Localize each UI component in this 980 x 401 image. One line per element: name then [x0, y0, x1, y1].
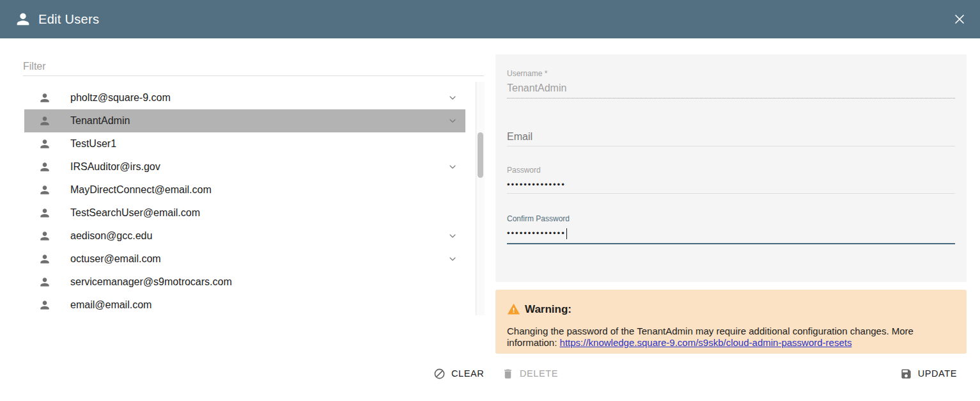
- person-icon: [38, 114, 51, 127]
- person-icon: [38, 138, 51, 150]
- user-list-item[interactable]: MayDirectConnect@email.com: [24, 178, 465, 201]
- user-list-item-label: email@email.com: [70, 299, 152, 311]
- person-icon: [38, 230, 51, 242]
- warning-icon: [507, 303, 520, 316]
- chevron-down-icon[interactable]: [447, 231, 458, 241]
- person-icon: [38, 161, 51, 173]
- chevron-down-icon[interactable]: [447, 93, 458, 103]
- person-icon: [14, 10, 32, 28]
- list-scrollbar-track: [476, 82, 485, 315]
- confirm-password-field[interactable]: Confirm Password ••••••••••••••: [507, 214, 955, 244]
- save-icon: [900, 368, 912, 380]
- confirm-password-value: ••••••••••••••: [507, 228, 955, 243]
- user-list-item[interactable]: TestUser1: [24, 132, 465, 155]
- edit-users-dialog: Edit Users pholtz@square-9.com TenantAdm…: [0, 0, 980, 401]
- confirm-password-label: Confirm Password: [507, 214, 955, 223]
- list-scrollbar-thumb[interactable]: [478, 132, 483, 178]
- chevron-down-icon[interactable]: [447, 254, 458, 264]
- dialog-actions: CLEAR DELETE UPDATE: [0, 363, 980, 384]
- user-list-item[interactable]: servicemanager@s9motrocars.com: [24, 271, 465, 294]
- user-list-item[interactable]: TestSearchUser@email.com: [24, 201, 465, 224]
- user-list-item[interactable]: octuser@email.com: [24, 248, 465, 271]
- person-icon: [38, 299, 51, 311]
- close-icon[interactable]: [952, 12, 967, 27]
- user-form-panel: Username * TenantAdmin Email Password ••…: [495, 54, 967, 282]
- dialog-title: Edit Users: [38, 12, 99, 27]
- chevron-down-icon[interactable]: [447, 162, 458, 172]
- person-icon: [38, 184, 51, 196]
- chevron-down-icon[interactable]: [447, 116, 458, 126]
- username-value: TenantAdmin: [507, 83, 955, 94]
- clear-button[interactable]: CLEAR: [433, 363, 484, 384]
- knowledge-base-link[interactable]: https://knowledge.square-9.com/s9skb/clo…: [560, 337, 852, 348]
- person-icon: [38, 253, 51, 265]
- user-list-item-label: octuser@email.com: [70, 253, 161, 265]
- username-label: Username *: [507, 69, 955, 78]
- filter-input[interactable]: [23, 58, 484, 75]
- user-list: pholtz@square-9.com TenantAdmin TestUser…: [24, 86, 465, 315]
- password-field[interactable]: Password ••••••••••••••: [507, 166, 955, 194]
- block-icon: [433, 368, 446, 380]
- user-list-item-label: servicemanager@s9motrocars.com: [70, 276, 232, 288]
- warning-title: Warning:: [525, 303, 572, 316]
- delete-button-label: DELETE: [520, 368, 558, 379]
- person-icon: [38, 276, 51, 288]
- user-list-item-label: TenantAdmin: [70, 115, 130, 127]
- update-button-label: UPDATE: [918, 368, 957, 379]
- email-label: Email: [507, 131, 955, 143]
- dialog-header: Edit Users: [0, 0, 980, 38]
- clear-button-label: CLEAR: [451, 368, 484, 379]
- user-list-item-label: IRSAuditor@irs.gov: [70, 161, 160, 173]
- user-list-item[interactable]: email@email.com: [24, 294, 465, 315]
- filter-field: [23, 58, 484, 76]
- user-list-item-label: TestUser1: [70, 138, 116, 150]
- username-field: Username * TenantAdmin: [507, 69, 955, 98]
- trash-icon: [502, 368, 514, 380]
- user-list-item[interactable]: pholtz@square-9.com: [24, 86, 465, 109]
- update-button[interactable]: UPDATE: [900, 363, 957, 384]
- warning-banner: Warning: Changing the password of the Te…: [495, 290, 967, 354]
- user-list-item-label: pholtz@square-9.com: [70, 92, 171, 104]
- user-list-item[interactable]: aedison@gcc.edu: [24, 224, 465, 248]
- person-icon: [38, 91, 51, 104]
- user-list-item[interactable]: IRSAuditor@irs.gov: [24, 155, 465, 178]
- user-list-item-label: TestSearchUser@email.com: [70, 207, 200, 219]
- user-list-item-label: MayDirectConnect@email.com: [70, 184, 212, 196]
- password-value: ••••••••••••••: [507, 180, 955, 193]
- user-list-item-label: aedison@gcc.edu: [70, 230, 152, 242]
- user-list-item[interactable]: TenantAdmin: [24, 109, 465, 132]
- warning-message: Changing the password of the TenantAdmin…: [507, 326, 954, 349]
- delete-button[interactable]: DELETE: [502, 363, 558, 384]
- password-label: Password: [507, 166, 955, 175]
- email-field[interactable]: Email: [507, 131, 955, 146]
- text-cursor: [566, 228, 567, 239]
- person-icon: [38, 207, 51, 219]
